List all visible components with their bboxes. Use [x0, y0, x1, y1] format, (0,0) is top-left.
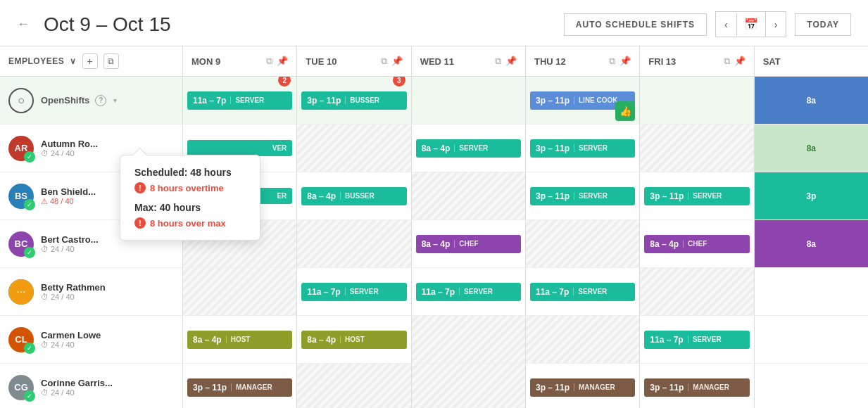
sat-label: SAT [763, 56, 781, 67]
bert-avatar-wrap: BC [8, 231, 34, 257]
bert-fri-shift[interactable]: 8a – 4p CHEF [644, 235, 749, 253]
open-shifts-tue[interactable]: 3p – 11p BUSSER 3 [297, 77, 411, 124]
employees-column-header: EMPLOYEES ∨ + ⧉ [0, 46, 183, 76]
wed-label: WED 11 [420, 56, 454, 67]
open-shifts-wed[interactable] [412, 77, 526, 124]
corinne-mon-shift[interactable]: 3p – 11p MANAGER [187, 378, 292, 397]
copy-day-icon[interactable]: ⧉ [495, 56, 501, 67]
carmen-mon[interactable]: 8a – 4p HOST [183, 316, 297, 363]
autumn-sat[interactable]: 8a [755, 125, 868, 172]
betty-wed-shift[interactable]: 11a – 7p SERVER [416, 283, 521, 301]
pin-icon[interactable]: 📌 [391, 56, 403, 67]
ben-fri[interactable]: 3p – 11p SERVER [640, 172, 754, 219]
corinne-wed[interactable] [412, 364, 526, 408]
corinne-tue[interactable] [297, 364, 411, 408]
autumn-wed-shift[interactable]: 8a – 4p SERVER [416, 139, 521, 158]
corinne-mon[interactable]: 3p – 11p MANAGER [183, 364, 297, 408]
bert-tue[interactable] [297, 220, 411, 267]
bert-wed[interactable]: 8a – 4p CHEF [412, 220, 526, 267]
shift-time: 8a – 4p [193, 335, 222, 345]
col-header-mon: MON 9 ⧉ 📌 [183, 46, 297, 76]
shift-time: 3p – 11p [650, 383, 684, 393]
autumn-wed[interactable]: 8a – 4p SERVER [412, 125, 526, 172]
shift-role: CHEF [683, 240, 707, 248]
betty-avatar: ··· [8, 279, 34, 305]
open-shifts-help[interactable]: ? [95, 95, 106, 106]
copy-day-icon[interactable]: ⧉ [266, 56, 272, 67]
autumn-fri[interactable] [640, 125, 754, 172]
shift-time: 11a – 7p [650, 335, 683, 345]
pin-icon[interactable]: 📌 [505, 56, 517, 67]
carmen-thu[interactable] [526, 316, 640, 363]
carmen-tue[interactable]: 8a – 4p HOST [297, 316, 411, 363]
corinne-sat[interactable] [755, 364, 868, 408]
today-button[interactable]: TODAY [795, 13, 851, 36]
ben-tue[interactable]: 8a – 4p BUSSER [297, 172, 411, 219]
prev-week-button[interactable]: ‹ [716, 13, 737, 36]
bert-thu[interactable] [526, 220, 640, 267]
autumn-thu-shift[interactable]: 3p – 11p SERVER [530, 139, 635, 158]
open-shifts-thu[interactable]: 3p – 11p LINE COOK 👍 [526, 77, 640, 124]
carmen-mon-shift[interactable]: 8a – 4p HOST [187, 331, 292, 349]
copy-day-icon[interactable]: ⧉ [381, 56, 387, 67]
corinne-fri[interactable]: 3p – 11p MANAGER [640, 364, 754, 408]
carmen-info: Carmen Lowe ⏱ 24 / 40 [41, 330, 101, 349]
autumn-thu[interactable]: 3p – 11p SERVER [526, 125, 640, 172]
bert-fri[interactable]: 8a – 4p CHEF [640, 220, 754, 267]
copy-day-icon[interactable]: ⧉ [724, 56, 730, 67]
ben-wed[interactable] [412, 172, 526, 219]
bert-sat[interactable]: 8a [755, 220, 868, 267]
open-shifts-fri[interactable] [640, 77, 754, 124]
betty-fri[interactable] [640, 268, 754, 315]
betty-mon[interactable] [183, 268, 297, 315]
shift-role: SERVER [573, 288, 607, 295]
open-shifts-mon-shift[interactable]: 11a – 7p SERVER [187, 91, 292, 110]
betty-thu-shift[interactable]: 11a – 7p SERVER [530, 283, 635, 301]
carmen-fri-shift[interactable]: 11a – 7p SERVER [644, 331, 749, 349]
corinne-thu-shift[interactable]: 3p – 11p MANAGER [530, 378, 635, 397]
carmen-sat[interactable] [755, 316, 868, 363]
pin-icon[interactable]: 📌 [619, 56, 631, 67]
ben-thu-shift[interactable]: 3p – 11p SERVER [530, 187, 635, 205]
copy-button[interactable]: ⧉ [103, 53, 119, 69]
carmen-wed[interactable] [412, 316, 526, 363]
shift-role: SERVER [574, 144, 608, 152]
back-button[interactable]: ← [17, 17, 30, 32]
betty-name: Betty Rathmen [41, 282, 106, 293]
carmen-fri[interactable]: 11a – 7p SERVER [640, 316, 754, 363]
betty-tue[interactable]: 11a – 7p SERVER [297, 268, 411, 315]
employees-chevron[interactable]: ∨ [70, 56, 77, 66]
pin-icon[interactable]: 📌 [277, 56, 288, 67]
shift-role: SERVER [230, 96, 264, 104]
corinne-fri-shift[interactable]: 3p – 11p MANAGER [644, 378, 749, 397]
open-shifts-mon[interactable]: 11a – 7p SERVER 2 [183, 77, 297, 124]
open-shifts-chevron[interactable]: ▾ [113, 97, 117, 104]
add-employee-button[interactable]: + [82, 53, 98, 69]
col-header-sat: SAT [755, 46, 868, 76]
shift-role: SERVER [688, 336, 722, 343]
open-shifts-sat[interactable]: 8a [755, 77, 868, 124]
calendar-icon[interactable]: 📅 [737, 12, 766, 37]
autumn-mon-shift[interactable]: VER [187, 140, 292, 156]
autumn-tue[interactable] [297, 125, 411, 172]
betty-tue-shift[interactable]: 11a – 7p SERVER [301, 283, 406, 301]
shift-time: 3p – 11p [536, 383, 570, 393]
ben-thu[interactable]: 3p – 11p SERVER [526, 172, 640, 219]
carmen-tue-shift[interactable]: 8a – 4p HOST [301, 331, 406, 349]
pin-icon[interactable]: 📌 [734, 56, 746, 67]
sat-shift-text: 8a [807, 239, 816, 249]
auto-schedule-button[interactable]: AUTO SCHEDULE SHIFTS [564, 13, 707, 36]
ben-fri-shift[interactable]: 3p – 11p SERVER [644, 187, 749, 205]
betty-thu[interactable]: 11a – 7p SERVER [526, 268, 640, 315]
bert-wed-shift[interactable]: 8a – 4p CHEF [416, 235, 521, 253]
ben-sat[interactable]: 3p [755, 172, 868, 219]
betty-wed[interactable]: 11a – 7p SERVER [412, 268, 526, 315]
shift-time: 8a – 4p [650, 239, 679, 249]
copy-day-icon[interactable]: ⧉ [609, 56, 615, 67]
betty-sat[interactable] [755, 268, 868, 315]
ben-tue-shift[interactable]: 8a – 4p BUSSER [301, 187, 406, 205]
corinne-thu[interactable]: 3p – 11p MANAGER [526, 364, 640, 408]
open-shifts-tue-shift[interactable]: 3p – 11p BUSSER [301, 91, 406, 110]
ben-status-badge [24, 199, 35, 210]
next-week-button[interactable]: › [766, 13, 786, 36]
